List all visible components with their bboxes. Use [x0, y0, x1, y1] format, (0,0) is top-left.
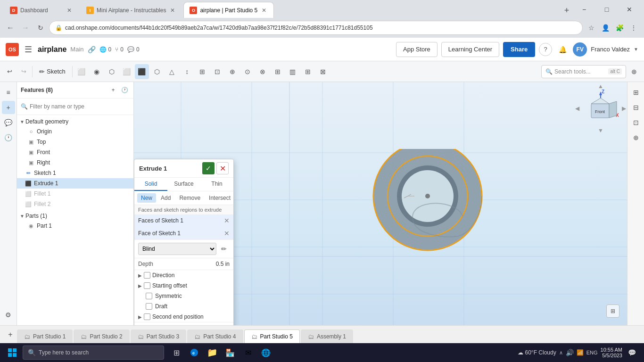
toolbar-btn-15[interactable]: ▥: [286, 64, 300, 79]
bottom-tab-part-studio-2[interactable]: 🗂 Part Studio 2: [74, 329, 129, 344]
toolbar-btn-3[interactable]: ⬡: [105, 64, 119, 79]
toolbar-btn-12[interactable]: ⊙: [240, 64, 255, 79]
language-text[interactable]: ENG: [586, 350, 598, 355]
start-button[interactable]: [2, 343, 23, 362]
back-button[interactable]: ←: [4, 21, 17, 34]
toolbar-btn-16[interactable]: ⊞: [301, 64, 315, 79]
tree-item-sketch1[interactable]: ✏ Sketch 1: [17, 168, 133, 178]
op-new[interactable]: New: [137, 193, 156, 203]
notification-button[interactable]: 🔔: [556, 43, 569, 56]
bottom-tab-part-studio-3[interactable]: 🗂 Part Studio 3: [131, 329, 186, 344]
toolbar-btn-2[interactable]: ◉: [90, 64, 104, 79]
feature-panel-history-icon[interactable]: 🕐: [119, 85, 130, 95]
browser-tab-tab3[interactable]: O airplane | Part Studio 5 ✕: [183, 2, 274, 18]
onshape-logo[interactable]: OS: [6, 43, 19, 56]
refresh-button[interactable]: ↻: [34, 21, 47, 34]
depth-type-select[interactable]: Blind Through All To Face: [138, 243, 216, 255]
sidebar-icon-parts[interactable]: +: [2, 101, 15, 114]
share-button[interactable]: Share: [503, 42, 535, 57]
option-symmetric[interactable]: Symmetric: [134, 291, 233, 301]
view-cube[interactable]: Z X Front ▲ ▼ ◀ ▶: [582, 90, 619, 127]
toolbar-btn-1[interactable]: ⬜: [74, 64, 89, 79]
tab-thin[interactable]: Thin: [200, 178, 233, 191]
tab-close-icon[interactable]: ✕: [169, 7, 176, 14]
profile-icon[interactable]: 👤: [599, 21, 612, 34]
nav-up-arrow[interactable]: ▲: [598, 83, 603, 90]
address-bar[interactable]: 🔒 cad.onshape.com/documents/f44b1dc20f54…: [49, 21, 583, 35]
display-options-button[interactable]: ⊞: [606, 304, 619, 318]
user-name[interactable]: Franco Valdez: [591, 46, 630, 53]
tab-surface[interactable]: Surface: [167, 178, 200, 191]
globe-icon[interactable]: 🌐 0: [99, 46, 112, 53]
tree-item-fillet2[interactable]: ⬜ Fillet 2: [17, 199, 133, 209]
nav-right-arrow[interactable]: ▶: [622, 105, 626, 112]
toolbar-btn-7[interactable]: △: [165, 64, 179, 79]
tree-item-top[interactable]: ▣ Top: [17, 137, 133, 147]
default-geometry-section[interactable]: ▼ Default geometry: [17, 117, 133, 126]
taskbar-mail-icon[interactable]: ✉: [239, 343, 256, 362]
option-starting-offset[interactable]: ▶ Starting offset: [134, 280, 233, 291]
sidebar-icon-bottom[interactable]: ⚙: [2, 308, 15, 321]
toolbar-btn-14[interactable]: ⊞: [271, 64, 285, 79]
network-icon[interactable]: 📶: [577, 349, 584, 356]
op-intersect[interactable]: Intersect: [205, 193, 234, 203]
extrude-confirm-button[interactable]: ✓: [202, 162, 215, 174]
sidebar-icon-comments[interactable]: 💬: [2, 116, 15, 129]
second-end-checkbox[interactable]: [144, 313, 150, 320]
toolbar-btn-11[interactable]: ⊕: [225, 64, 239, 79]
toolbar-btn-13[interactable]: ⊗: [256, 64, 270, 79]
new-tab-button[interactable]: +: [560, 4, 573, 17]
notification-area[interactable]: 💬: [625, 343, 638, 362]
bottom-tab-assembly-1[interactable]: 🗂 Assembly 1: [301, 329, 353, 344]
bookmark-icon[interactable]: ☆: [585, 21, 598, 34]
right-icon-1[interactable]: ⊞: [629, 86, 643, 99]
toolbar-btn-8[interactable]: ↕: [180, 64, 194, 79]
toolbar-btn-4[interactable]: ⬜: [120, 64, 134, 79]
op-remove[interactable]: Remove: [175, 193, 204, 203]
offset-checkbox[interactable]: [144, 282, 150, 289]
sketch-button[interactable]: ✏ Sketch: [34, 64, 70, 79]
add-tab-button[interactable]: +: [4, 328, 17, 341]
feature-filter-area[interactable]: 🔍: [17, 99, 133, 115]
extensions-icon[interactable]: 🧩: [613, 21, 626, 34]
undo-button[interactable]: ↩: [3, 64, 16, 79]
browser-tab-tab2[interactable]: I Mini Airplane - Instructables ✕: [80, 2, 182, 18]
bottom-tab-part-studio-1[interactable]: 🗂 Part Studio 1: [17, 329, 73, 344]
tab-close-icon[interactable]: ✕: [260, 7, 268, 14]
app-store-button[interactable]: App Store: [396, 42, 438, 57]
nav-down-arrow[interactable]: ▼: [598, 127, 603, 134]
tree-item-extrude1[interactable]: ⬛ Extrude 1: [17, 178, 133, 189]
weather-icon[interactable]: ☁ 60°F Cloudy: [518, 349, 556, 356]
op-add[interactable]: Add: [157, 193, 174, 203]
close-button[interactable]: ✕: [619, 2, 640, 17]
branch-icon[interactable]: ⑂ 0: [115, 46, 124, 53]
taskbar-store-icon[interactable]: 🏪: [222, 343, 239, 362]
feature-panel-add-icon[interactable]: +: [108, 85, 118, 95]
user-menu-chevron[interactable]: ▼: [634, 47, 638, 52]
face-1-remove[interactable]: ✕: [224, 217, 230, 224]
extrude-cancel-button[interactable]: ✕: [216, 162, 229, 174]
minimize-button[interactable]: −: [573, 2, 595, 17]
right-icon-2[interactable]: ⊟: [629, 101, 643, 114]
parts-section-header[interactable]: ▼ Parts (1): [17, 211, 133, 221]
taskbar-explorer-icon[interactable]: 📁: [204, 343, 221, 362]
sys-tray-chevron[interactable]: ∧: [559, 350, 563, 356]
face-item-1[interactable]: Faces of Sketch 1 ✕: [134, 214, 233, 227]
taskbar-task-view[interactable]: ⊞: [168, 343, 185, 362]
learning-center-button[interactable]: Learning Center: [441, 42, 499, 57]
symmetric-checkbox[interactable]: [146, 293, 152, 299]
tree-item-fillet1[interactable]: ⬜ Fillet 1: [17, 189, 133, 199]
redo-button[interactable]: ↪: [17, 64, 30, 79]
bottom-tab-part-studio-4[interactable]: 🗂 Part Studio 4: [187, 329, 243, 344]
right-icon-3[interactable]: ⊡: [629, 116, 643, 129]
option-second-end[interactable]: ▶ Second end position: [134, 312, 233, 322]
settings-icon[interactable]: ⋮: [627, 21, 640, 34]
feature-filter-input[interactable]: [30, 100, 130, 113]
user-avatar[interactable]: FV: [573, 42, 587, 57]
option-draft[interactable]: Draft: [134, 301, 233, 312]
sidebar-icon-versions[interactable]: 🕐: [2, 131, 15, 144]
tree-item-origin[interactable]: ○ Origin: [17, 126, 133, 137]
toolbar-target-btn[interactable]: ⊕: [627, 64, 641, 79]
maximize-button[interactable]: □: [596, 2, 618, 17]
toolbar-btn-9[interactable]: ⊞: [195, 64, 209, 79]
